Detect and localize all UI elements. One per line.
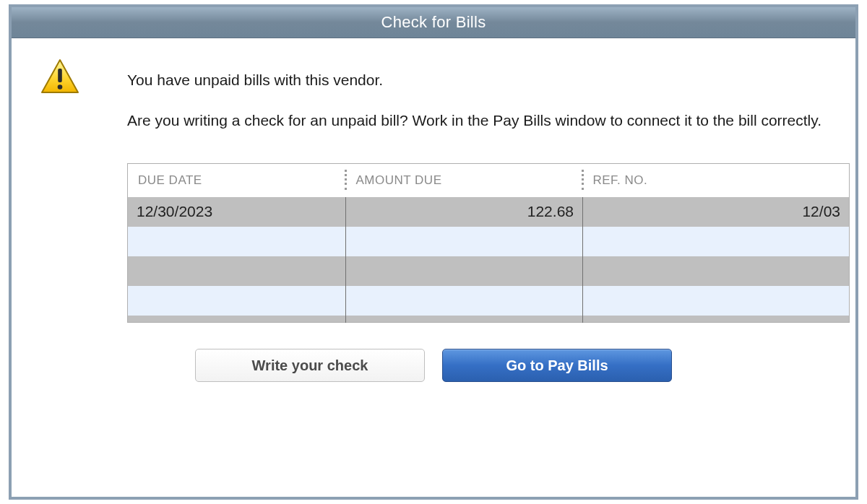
table-row[interactable] (128, 256, 850, 286)
warning-icon (40, 58, 79, 97)
message-instruction: Are you writing a check for an unpaid bi… (127, 110, 827, 131)
table-header-row: DUE DATE AMOUNT DUE REF. NO. (128, 163, 850, 197)
message-unpaid-bills: You have unpaid bills with this vendor. (127, 70, 827, 90)
table-row[interactable]: 12/30/2023 122.68 12/03 (128, 197, 850, 227)
bills-table: DUE DATE AMOUNT DUE REF. NO. 12/30/2023 … (127, 163, 850, 323)
cell-amount-due (346, 256, 583, 286)
cell-amount-due: 122.68 (346, 197, 583, 227)
table-row[interactable] (128, 286, 850, 316)
cell-due-date (128, 256, 346, 286)
cell-amount-due (346, 316, 583, 323)
svg-rect-1 (58, 69, 62, 82)
cell-ref-no (583, 227, 850, 256)
header-ref-no-label: REF. NO. (593, 173, 648, 187)
dialog-content: You have unpaid bills with this vendor. … (12, 38, 855, 389)
cell-amount-due (346, 286, 583, 316)
header-due-date-label: DUE DATE (138, 173, 202, 187)
column-resize-handle-icon[interactable] (345, 170, 349, 190)
table-row[interactable] (128, 227, 850, 256)
dialog-title: Check for Bills (381, 13, 486, 32)
cell-due-date (128, 227, 346, 256)
header-due-date[interactable]: DUE DATE (128, 163, 346, 197)
svg-point-2 (58, 84, 63, 90)
header-ref-no[interactable]: REF. NO. (583, 163, 850, 197)
cell-ref-no: 12/03 (583, 197, 850, 227)
write-your-check-button[interactable]: Write your check (195, 349, 425, 382)
message-block: You have unpaid bills with this vendor. … (127, 70, 827, 131)
header-amount-due-label: AMOUNT DUE (356, 173, 442, 187)
column-resize-handle-icon[interactable] (582, 170, 586, 190)
cell-ref-no (583, 286, 850, 316)
check-for-bills-dialog: Check for Bills You have unpaid bills wi… (9, 4, 858, 500)
cell-amount-due (346, 227, 583, 256)
cell-due-date (128, 286, 346, 316)
cell-ref-no (583, 256, 850, 286)
cell-due-date: 12/30/2023 (128, 197, 346, 227)
go-to-pay-bills-button[interactable]: Go to Pay Bills (442, 349, 672, 382)
cell-due-date (128, 316, 346, 323)
cell-ref-no (583, 316, 850, 323)
table-row[interactable] (128, 316, 850, 323)
button-bar: Write your check Go to Pay Bills (40, 349, 827, 382)
dialog-titlebar: Check for Bills (12, 7, 855, 38)
header-amount-due[interactable]: AMOUNT DUE (346, 163, 583, 197)
